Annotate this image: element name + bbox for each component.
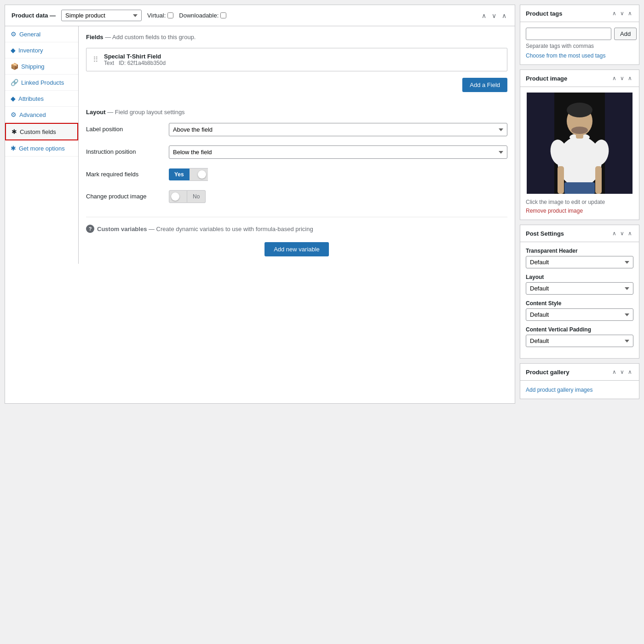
sidebar-item-attributes[interactable]: ◆ Attributes — [5, 91, 78, 107]
product-gallery-arrows: ∧ ∨ ∧ — [611, 368, 633, 376]
toggle-yes-btn[interactable]: Yes — [169, 168, 190, 180]
content-vertical-padding-label: Content Vertical Padding — [526, 326, 633, 333]
post-settings-arrows: ∧ ∨ ∧ — [611, 230, 633, 237]
inventory-icon: ◆ — [11, 46, 16, 54]
fields-section: Fields — Add custom fields to this group… — [86, 34, 507, 99]
custom-variables-header: ? Custom variables — Create dynamic vari… — [86, 225, 507, 233]
product-tags-widget: Product tags ∧ ∨ ∧ Add Separate tags wit… — [520, 5, 639, 65]
sidebar-item-advanced[interactable]: ⚙ Advanced — [5, 107, 78, 123]
fields-section-header: Fields — Add custom fields to this group… — [86, 34, 507, 41]
field-meta: Text ID: 62f1a4b8b350d — [104, 60, 500, 66]
post-settings-arrow-down[interactable]: ∨ — [619, 230, 626, 237]
arrow-up-btn[interactable]: ∧ — [480, 11, 488, 20]
header-arrows: ∧ ∨ ∧ — [480, 11, 508, 20]
post-settings-body: Transparent Header Default Option 1 Opti… — [520, 242, 639, 358]
field-info: Special T-Shirt Field Text ID: 62f1a4b8b… — [104, 53, 500, 66]
content-style-label: Content Style — [526, 300, 633, 307]
sidebar-item-general[interactable]: ⚙ General — [5, 26, 78, 42]
instruction-position-row: Instruction position Below the field Abo… — [86, 145, 507, 159]
post-layout-label: Layout — [526, 274, 633, 280]
sidebar-item-get-more[interactable]: ✱ Get more options — [5, 140, 78, 157]
product-gallery-title: Product gallery — [526, 369, 569, 376]
get-more-icon: ✱ — [11, 145, 16, 152]
label-position-control: Above the field Below the field Left of … — [169, 123, 507, 136]
label-position-row: Label position Above the field Below the… — [86, 123, 507, 136]
instruction-position-label: Instruction position — [86, 145, 160, 155]
remove-image-link[interactable]: Remove product image — [526, 208, 583, 214]
content-style-select[interactable]: Default Option 1 — [526, 308, 633, 321]
change-product-image-control: No — [169, 190, 507, 203]
general-icon: ⚙ — [11, 30, 17, 38]
image-close[interactable]: ∧ — [627, 75, 633, 82]
product-data-body: ⚙ General ◆ Inventory 📦 Shipping 🔗 Linke… — [5, 26, 515, 264]
product-type-select[interactable]: Simple product Variable product Grouped … — [61, 10, 142, 21]
post-settings-close[interactable]: ∧ — [627, 230, 633, 237]
product-image-body: Click the image to edit or update Remove… — [520, 87, 639, 220]
svg-point-8 — [567, 103, 592, 117]
layout-section: Layout — Field group layout settings Lab… — [86, 109, 507, 203]
field-item-row: ⠿ Special T-Shirt Field Text ID: 62f1a4b… — [86, 48, 507, 71]
arrow-down-btn[interactable]: ∨ — [490, 11, 498, 20]
transparent-header-label: Transparent Header — [526, 248, 633, 254]
tags-arrow-up[interactable]: ∧ — [611, 10, 618, 17]
label-position-select[interactable]: Above the field Below the field Left of … — [169, 123, 507, 136]
tags-add-button[interactable]: Add — [614, 28, 637, 40]
svg-rect-10 — [558, 166, 564, 194]
downloadable-label: Downloadable: — [179, 12, 226, 19]
post-settings-arrow-up[interactable]: ∧ — [611, 230, 618, 237]
add-variable-button[interactable]: Add new variable — [264, 242, 329, 256]
post-layout-select[interactable]: Default Option 1 — [526, 282, 633, 295]
svg-point-9 — [571, 127, 588, 134]
product-image-title: Product image — [526, 75, 567, 82]
shipping-icon: 📦 — [11, 63, 18, 70]
sidebar-item-custom-fields[interactable]: ✱ Custom fields — [5, 123, 78, 140]
product-nav: ⚙ General ◆ Inventory 📦 Shipping 🔗 Linke… — [5, 26, 79, 264]
instruction-position-select[interactable]: Below the field Above the field — [169, 145, 507, 159]
attributes-icon: ◆ — [11, 95, 16, 102]
tags-arrow-down[interactable]: ∨ — [619, 10, 626, 17]
gallery-arrow-up[interactable]: ∧ — [611, 368, 618, 376]
toggle-slider-off[interactable] — [169, 190, 187, 203]
virtual-checkbox[interactable] — [167, 12, 173, 18]
product-gallery-widget-header: Product gallery ∧ ∨ ∧ — [520, 364, 639, 381]
mark-required-toggle[interactable]: Yes — [169, 168, 507, 181]
tags-close[interactable]: ∧ — [627, 10, 633, 17]
right-sidebar: Product tags ∧ ∨ ∧ Add Separate tags wit… — [520, 5, 639, 404]
sidebar-item-inventory[interactable]: ◆ Inventory — [5, 42, 78, 58]
tags-choose-link[interactable]: Choose from the most used tags — [526, 52, 605, 59]
svg-rect-12 — [564, 182, 595, 194]
add-gallery-images-link[interactable]: Add product gallery images — [526, 387, 592, 393]
image-arrow-down[interactable]: ∨ — [619, 75, 626, 82]
downloadable-checkbox[interactable] — [220, 12, 226, 18]
gallery-close[interactable]: ∧ — [627, 368, 633, 376]
mark-required-control: Yes — [169, 168, 507, 181]
product-image-container[interactable] — [526, 93, 633, 195]
layout-group: Layout Default Option 1 — [526, 274, 633, 295]
image-arrow-up[interactable]: ∧ — [611, 75, 618, 82]
tags-help-text: Separate tags with commas — [526, 43, 633, 49]
product-image-widget: Product image ∧ ∨ ∧ — [520, 70, 639, 220]
change-product-image-label: Change product image — [86, 190, 160, 200]
arrow-close-btn[interactable]: ∧ — [500, 11, 508, 20]
toggle-slider-on[interactable] — [190, 168, 208, 181]
drag-handle-icon[interactable]: ⠿ — [93, 55, 98, 64]
transparent-header-select[interactable]: Default Option 1 Option 2 — [526, 256, 633, 268]
custom-variables-section: ? Custom variables — Create dynamic vari… — [86, 217, 507, 256]
content-vertical-padding-select[interactable]: Default Option 1 — [526, 335, 633, 347]
change-product-image-toggle[interactable]: No — [169, 190, 507, 203]
product-image-svg — [526, 93, 633, 194]
product-gallery-body: Add product gallery images — [520, 381, 639, 399]
sidebar-item-linked-products[interactable]: 🔗 Linked Products — [5, 75, 78, 91]
toggle-no-btn[interactable]: No — [187, 190, 206, 203]
product-image-caption: Click the image to edit or update — [526, 199, 633, 205]
post-settings-widget-header: Post Settings ∧ ∨ ∧ — [520, 225, 639, 242]
tags-text-input[interactable] — [526, 28, 611, 40]
sidebar-item-shipping[interactable]: 📦 Shipping — [5, 58, 78, 75]
add-field-button[interactable]: Add a Field — [462, 78, 507, 92]
svg-rect-11 — [595, 166, 602, 194]
product-tags-arrows: ∧ ∨ ∧ — [611, 10, 633, 17]
gallery-arrow-down[interactable]: ∨ — [619, 368, 626, 376]
instruction-position-control: Below the field Above the field — [169, 145, 507, 159]
product-gallery-widget: Product gallery ∧ ∨ ∧ Add product galler… — [520, 363, 639, 399]
product-image-widget-header: Product image ∧ ∨ ∧ — [520, 70, 639, 87]
